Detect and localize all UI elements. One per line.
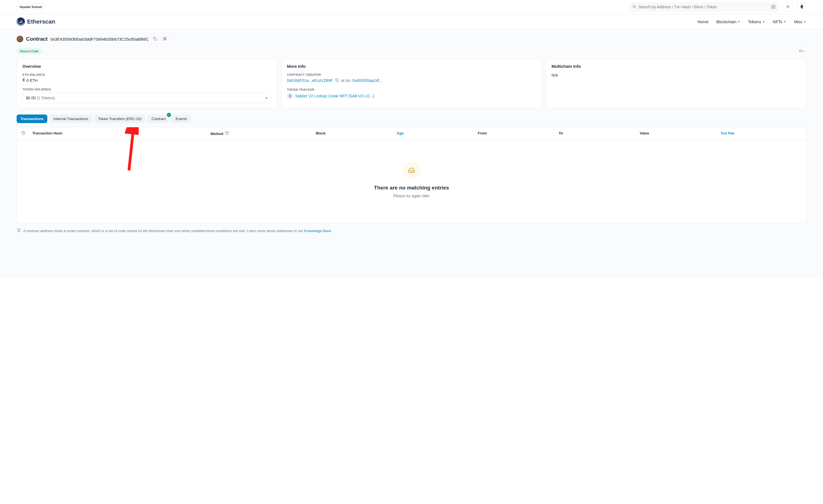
transactions-table: Transaction Hash Method Block Age From T… xyxy=(17,127,806,223)
svg-line-1 xyxy=(635,7,636,8)
eth-balance-value: 0 ETH xyxy=(27,78,38,83)
multichain-card: Multichain Info N/A xyxy=(546,59,806,108)
svg-rect-26 xyxy=(336,80,339,82)
qr-icon xyxy=(163,37,167,41)
token-holdings-value: $0.00 xyxy=(26,96,36,100)
tab-events[interactable]: Events xyxy=(172,114,191,123)
brand-name: Etherscan xyxy=(27,18,55,25)
chevron-down-icon: ▼ xyxy=(804,20,806,23)
svg-rect-13 xyxy=(22,20,22,23)
page-title: Contract xyxy=(26,36,48,42)
copy-address-button[interactable] xyxy=(151,35,159,43)
sun-icon xyxy=(786,4,790,10)
col-age[interactable]: Age xyxy=(397,131,478,136)
col-value: Value xyxy=(640,131,721,136)
search-shortcut-key: / xyxy=(771,5,776,9)
col-block: Block xyxy=(316,131,397,136)
svg-rect-16 xyxy=(165,37,167,38)
svg-rect-12 xyxy=(20,21,21,23)
token-tracker-link[interactable]: Sablier V2 Lockup Linear NFT (SAB-V2-LO.… xyxy=(295,94,374,98)
multichain-value: N/A xyxy=(551,73,801,77)
col-method: Method xyxy=(210,131,316,136)
contract-address: 0x3E435560fd0a03ddF70694b35b673C25c65aBB… xyxy=(50,37,149,41)
address-blockie-icon xyxy=(17,36,23,42)
svg-point-25 xyxy=(799,51,800,52)
ethereum-icon xyxy=(22,78,25,83)
svg-rect-14 xyxy=(155,38,157,40)
svg-point-2 xyxy=(787,6,788,7)
svg-point-0 xyxy=(633,5,635,7)
empty-state-title: There are no matching entries xyxy=(22,185,801,191)
copy-icon xyxy=(335,78,339,83)
info-tip: A contract address hosts a smart contrac… xyxy=(17,228,806,233)
nav-misc[interactable]: Misc▼ xyxy=(794,19,806,24)
ethereum-icon xyxy=(800,4,803,10)
svg-rect-19 xyxy=(166,40,167,40)
more-info-title: More Info xyxy=(287,64,536,69)
token-tracker-label: TOKEN TRACKER xyxy=(287,88,536,91)
help-icon[interactable] xyxy=(225,132,229,136)
col-from: From xyxy=(478,131,559,136)
brand-logo[interactable]: Etherscan xyxy=(17,17,55,26)
empty-state-subtitle: Please try again later xyxy=(22,194,801,198)
col-txn-hash: Transaction Hash xyxy=(32,131,210,136)
tab-transactions[interactable]: Transactions xyxy=(17,114,47,123)
chevron-down-icon: ▾ xyxy=(803,50,805,53)
svg-line-6 xyxy=(789,7,789,8)
token-holdings-label: TOKEN HOLDINGS xyxy=(22,88,272,91)
at-txn-label: at txn xyxy=(341,78,351,83)
token-holdings-dropdown[interactable]: $0.00 (1 Tokens) ▼ xyxy=(22,93,272,103)
token-holdings-count: (1 Tokens) xyxy=(37,96,55,100)
search-input[interactable] xyxy=(638,5,769,9)
chevron-down-icon: ▼ xyxy=(265,96,268,99)
theme-toggle-button[interactable] xyxy=(783,2,793,12)
copy-icon xyxy=(153,37,157,41)
svg-rect-17 xyxy=(164,39,165,40)
lightbulb-icon xyxy=(17,228,21,233)
view-options-button[interactable]: ▾ xyxy=(797,48,806,55)
chevron-down-icon: ▼ xyxy=(784,20,786,23)
col-to: To xyxy=(559,131,640,136)
eth-balance-label: ETH BALANCE xyxy=(22,73,272,76)
svg-rect-15 xyxy=(164,37,165,38)
eth-network-button[interactable] xyxy=(797,2,806,12)
tab-contract[interactable]: Contract ✓ xyxy=(148,114,169,123)
search-icon xyxy=(632,5,636,9)
col-help-icon[interactable] xyxy=(21,131,32,136)
svg-rect-18 xyxy=(165,39,166,40)
verified-check-icon: ✓ xyxy=(167,113,171,117)
qr-code-button[interactable] xyxy=(161,35,169,43)
network-badge[interactable]: Sepolia Testnet xyxy=(17,4,45,10)
svg-line-10 xyxy=(789,5,789,6)
overview-card: Overview ETH BALANCE 0 ETH TOKEN HOLDING… xyxy=(17,59,277,108)
token-placeholder-icon xyxy=(287,93,293,99)
etherscan-logo-icon xyxy=(17,17,25,26)
more-info-card: More Info CONTRACT CREATOR 0xb1bEF51e...… xyxy=(281,59,542,108)
svg-point-23 xyxy=(799,49,800,50)
contract-creator-label: CONTRACT CREATOR xyxy=(287,73,536,76)
overview-title: Overview xyxy=(22,64,272,69)
nav-blockchain[interactable]: Blockchain▼ xyxy=(716,19,740,24)
source-code-chip[interactable]: Source Code xyxy=(17,48,42,54)
creator-txn-link[interactable]: 0x493355aa24f... xyxy=(352,78,382,83)
copy-creator-button[interactable] xyxy=(335,78,340,83)
svg-rect-11 xyxy=(19,22,20,23)
nav-nfts[interactable]: NFTs▼ xyxy=(773,19,786,24)
list-icon xyxy=(799,49,803,54)
multichain-title: Multichain Info xyxy=(551,64,801,69)
nav-tokens[interactable]: Tokens▼ xyxy=(748,19,765,24)
tip-text: A contract address hosts a smart contrac… xyxy=(23,229,304,233)
nav-home[interactable]: Home xyxy=(697,19,708,24)
contract-creator-link[interactable]: 0xb1bEF51e...eEcA12B9F xyxy=(287,78,333,83)
chevron-down-icon: ▼ xyxy=(737,20,740,23)
tab-token-transfers[interactable]: Token Transfers (ERC-20) xyxy=(95,114,146,123)
knowledge-base-link[interactable]: Knowledge Base xyxy=(304,229,331,233)
search-bar[interactable]: / xyxy=(629,3,779,11)
chevron-down-icon: ▼ xyxy=(762,20,765,23)
inbox-empty-icon xyxy=(403,162,420,179)
col-txn-fee[interactable]: Txn Fee xyxy=(720,131,802,136)
tab-internal-transactions[interactable]: Internal Transactions xyxy=(49,114,92,123)
